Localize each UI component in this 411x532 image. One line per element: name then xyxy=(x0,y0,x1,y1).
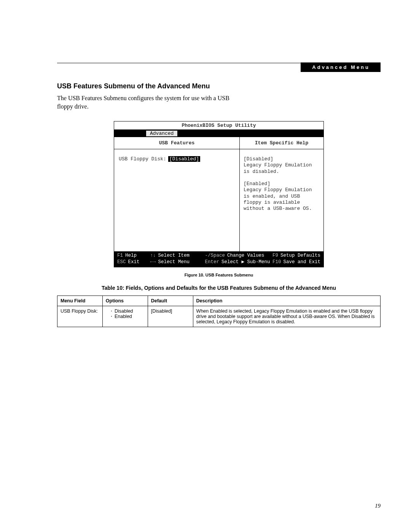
bios-key-f9-label: Setup Defaults xyxy=(280,252,320,259)
bios-key-leftright-label: Select Menu xyxy=(158,259,190,265)
td-default: [Disabled] xyxy=(148,306,193,327)
bios-help-text: [Disabled] Legacy Floppy Emulation is di… xyxy=(240,149,323,219)
bios-footer-keys: F1Help ↑↓Select Item -/SpaceChange Value… xyxy=(114,251,323,267)
bios-key-enter-label: Select ▶ Sub-Menu xyxy=(221,259,270,265)
bios-setting-label: USB Floppy Disk: xyxy=(119,156,168,162)
bios-menu-bar: Advanced xyxy=(114,130,323,137)
bios-key-f10-label: Save and Exit xyxy=(283,259,320,265)
figure-caption: Figure 10. USB Features Submenu xyxy=(114,273,324,277)
bios-key-f10: F10 xyxy=(272,259,281,265)
bios-key-leftright: ←→ xyxy=(150,259,156,265)
bios-key-f1: F1 xyxy=(117,252,123,259)
bios-key-enter: Enter xyxy=(205,259,219,265)
bios-title-bar: PhoenixBIOS Setup Utility xyxy=(114,121,323,130)
table-title: Table 10: Fields, Options and Defaults f… xyxy=(57,285,381,291)
bios-screenshot-figure: PhoenixBIOS Setup Utility Advanced USB F… xyxy=(114,121,324,277)
bios-setting-value-selected[interactable]: [Disabled] xyxy=(168,156,200,162)
bios-key-updown-label: Select Item xyxy=(158,252,190,259)
bios-key-minus-space: -/Space xyxy=(205,252,225,259)
bios-tab-advanced[interactable]: Advanced xyxy=(146,131,177,136)
bios-setting-row[interactable]: USB Floppy Disk: [Disabled] xyxy=(119,156,235,162)
bios-key-minus-space-label: Change Values xyxy=(227,252,264,259)
option-disabled: Disabled xyxy=(111,308,145,314)
bios-help-pane-title: Item Specific Help xyxy=(240,137,323,149)
bios-key-f9: F9 xyxy=(272,252,278,259)
td-description: When Enabled is selected, Legacy Floppy … xyxy=(193,306,380,327)
th-default: Default xyxy=(148,296,193,306)
th-description: Description xyxy=(193,296,380,306)
fields-table: Menu Field Options Default Description U… xyxy=(57,296,381,327)
bios-key-esc: ESC xyxy=(117,259,126,265)
bios-key-updown: ↑↓ xyxy=(150,252,156,259)
table-row: USB Floppy Disk: Disabled Enabled [Disab… xyxy=(57,306,381,327)
bios-left-pane-title: USB Features xyxy=(114,137,239,149)
option-enabled: Enabled xyxy=(111,314,145,319)
td-options: Disabled Enabled xyxy=(102,306,148,327)
page-number: 19 xyxy=(375,503,381,509)
section-title: USB Features Submenu of the Advanced Men… xyxy=(57,82,381,90)
intro-paragraph: The USB Features Submenu configures the … xyxy=(57,94,240,110)
th-options: Options xyxy=(102,296,148,306)
bios-key-f1-label: Help xyxy=(125,252,137,259)
bios-key-esc-label: Exit xyxy=(128,259,140,265)
th-menu-field: Menu Field xyxy=(57,296,103,306)
td-menu-field: USB Floppy Disk: xyxy=(57,306,103,327)
header-chapter-tag: Advanced Menu xyxy=(301,62,381,72)
